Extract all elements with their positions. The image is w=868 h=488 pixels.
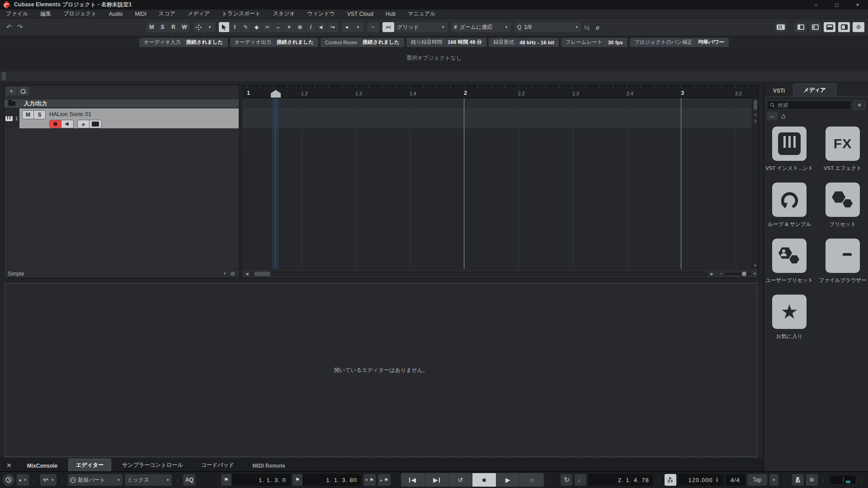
menu-window[interactable]: ウィンドウ — [307, 10, 335, 18]
global-solo-button[interactable]: S — [157, 22, 168, 32]
tile-vst-effects[interactable]: FX VST エフェクト — [818, 127, 868, 172]
play-tool-icon[interactable] — [316, 22, 327, 32]
stop-button[interactable]: ■ — [472, 473, 496, 487]
racks-icon[interactable] — [775, 22, 787, 32]
object-selection-tool-icon[interactable] — [219, 22, 230, 32]
media-search-field[interactable] — [767, 100, 851, 110]
horizontal-scroll-thumb[interactable] — [254, 272, 270, 276]
tap-tempo-dropdown[interactable]: ▼ — [769, 474, 778, 486]
primary-time-display[interactable]: 2. 1. 4. 78 — [589, 474, 653, 486]
automation-write-button[interactable]: W — [179, 22, 190, 32]
return-to-start-icon[interactable]: ↻ — [561, 474, 572, 486]
minimize-button[interactable]: – — [806, 0, 826, 9]
tap-tempo-button[interactable]: Tap — [747, 474, 767, 486]
home-icon[interactable]: ⌂ — [781, 112, 786, 120]
cycle-button[interactable]: ↺ — [448, 473, 472, 487]
menu-file[interactable]: ファイル — [6, 10, 28, 18]
record-enable-button[interactable] — [50, 120, 61, 128]
pan-law[interactable]: プロジェクトのパン補正均等パワー — [630, 38, 729, 47]
track-list-resize-handle[interactable]: ⋮ — [239, 85, 242, 278]
draw-tool-icon[interactable]: ✎ — [241, 22, 251, 32]
menu-manual[interactable]: マニュアル — [408, 10, 435, 18]
record-time-remaining[interactable]: 残り録音時間168 時間 48 分 — [406, 38, 486, 47]
snap-toggle-icon[interactable]: >< — [382, 22, 394, 32]
zoom-in-icon[interactable]: + — [753, 271, 756, 277]
audio-record-mode-dropdown[interactable]: ▼ — [40, 474, 57, 486]
go-to-end-button[interactable]: ▶ — [425, 473, 449, 487]
automation-follows-events-icon[interactable]: ~ — [367, 22, 379, 32]
glue-tool-icon[interactable]: ⌣ — [273, 22, 284, 32]
go-to-start-button[interactable]: ◀ — [401, 473, 425, 487]
iterative-quantize-icon[interactable]: ½ — [581, 22, 592, 33]
tab-editor[interactable]: エディター — [68, 459, 111, 471]
auto-scroll-icon[interactable] — [193, 22, 204, 32]
metronome-setup-icon[interactable]: ⚙ — [806, 474, 818, 486]
tab-chord-pads[interactable]: コードパッド — [194, 459, 241, 471]
time-format-icon[interactable]: ♩ — [575, 474, 586, 486]
automation-read-button[interactable]: R — [168, 22, 179, 32]
menu-score[interactable]: スコア — [159, 10, 175, 18]
color-tool-icon[interactable]: ● — [342, 22, 353, 32]
record-format[interactable]: 録音形式48 kHz - 16 bit — [489, 38, 559, 47]
scroll-right-icon[interactable]: ▶ — [709, 272, 715, 276]
monitor-button[interactable] — [61, 120, 73, 128]
time-signature-display[interactable]: 4/4 — [726, 474, 745, 486]
tab-media[interactable]: メディア — [793, 84, 836, 96]
range-selection-tool-icon[interactable]: I — [230, 22, 241, 32]
grid-type-dropdown[interactable]: # ズームに適応 ▼ — [451, 22, 511, 32]
overview-thumb[interactable] — [2, 72, 6, 80]
tab-mixconsole[interactable]: MixConsole — [20, 460, 65, 471]
erase-tool-icon[interactable]: ◆ — [251, 22, 262, 32]
tile-file-browser[interactable]: ファイルブラウザー — [818, 239, 868, 284]
window-layout-setup-icon[interactable]: ⚙ — [853, 22, 864, 32]
vertical-scrollbar[interactable]: + — [752, 98, 758, 269]
menu-midi[interactable]: MIDI — [135, 11, 146, 17]
global-mute-button[interactable]: M — [146, 22, 157, 32]
tile-loops-samples[interactable]: ループ & サンプル — [764, 183, 814, 228]
agent-dropdown-icon[interactable]: ▼ — [223, 272, 226, 276]
visibility-agent-label[interactable]: Simple — [8, 271, 24, 277]
audio-input-status[interactable]: オーディオ入力接続されました — [139, 38, 227, 47]
split-tool-icon[interactable]: ✂ — [262, 22, 273, 32]
folder-track-row[interactable]: 入力/出力 — [4, 99, 239, 108]
menu-vst-cloud[interactable]: VST Cloud — [347, 11, 373, 17]
tab-midi-remote[interactable]: MIDI Remote — [245, 460, 292, 471]
tab-sampler-control[interactable]: サンプラーコントロール — [115, 459, 190, 471]
zoom-tool-icon[interactable]: ⊕ — [295, 22, 306, 32]
tempo-display[interactable]: 120.000▲▼ — [679, 474, 723, 486]
track-solo-button[interactable]: S — [34, 111, 45, 119]
quantize-panel-icon[interactable]: e — [592, 22, 603, 33]
list-view-icon[interactable]: ≡ — [854, 100, 865, 110]
menu-studio[interactable]: スタジオ — [273, 10, 295, 18]
tile-presets[interactable]: プリセット — [818, 183, 868, 228]
tile-user-presets[interactable]: ユーザープリセット — [764, 239, 814, 284]
control-room-status[interactable]: Control Room接続されました — [321, 38, 404, 47]
menu-transport[interactable]: トランスポート — [222, 10, 261, 18]
mute-tool-icon[interactable]: × — [284, 22, 295, 32]
undo-icon[interactable]: ↶ — [4, 22, 14, 33]
right-locator[interactable]: ⚑ 1. 1. 3. 80 — [292, 474, 361, 486]
show-lower-zone-icon[interactable] — [824, 22, 835, 32]
right-locator-value[interactable]: 1. 1. 3. 80 — [302, 474, 361, 486]
left-locator-value[interactable]: 1. 1. 3. 0 — [231, 474, 290, 486]
tile-favorites[interactable]: ★ お気に入り — [764, 295, 814, 340]
track-list-settings-icon[interactable]: ⚙ — [230, 271, 235, 277]
punch-in-button[interactable]: ▾⚑ — [363, 474, 376, 486]
scroll-left-icon[interactable]: ◀ — [244, 272, 250, 276]
vertical-scroll-thumb[interactable] — [754, 100, 757, 110]
zoom-out-icon[interactable]: − — [719, 271, 722, 277]
use-track-preset-button[interactable] — [18, 87, 29, 95]
timeline-ruler[interactable]: 1 1.2 1.3 1.4 2 2.2 2.3 2.4 3 3.2 — [242, 85, 758, 98]
tile-vst-instruments[interactable]: VST インスト...ント — [764, 127, 814, 172]
show-right-zone-icon[interactable] — [838, 22, 850, 32]
auto-scroll-dropdown[interactable]: ▼ — [204, 22, 215, 32]
redo-icon[interactable]: ↷ — [14, 22, 25, 33]
audio-performance-meter[interactable] — [829, 475, 856, 485]
event-display-area[interactable]: 1 1.2 1.3 1.4 2 2.2 2.3 2.4 3 3.2 — [242, 85, 758, 278]
common-record-mode-dropdown[interactable]: ●▼ — [17, 474, 29, 486]
quantize-dropdown[interactable]: Q 1/8 ▼ — [514, 22, 581, 32]
midi-record-mix-dropdown[interactable]: ミックス▼ — [125, 474, 172, 486]
instrument-track-row[interactable]: 1 M S HALion Sonic 01 — [4, 108, 239, 128]
show-left-zone-icon[interactable] — [795, 22, 807, 32]
project-cursor-handle[interactable] — [271, 90, 281, 98]
